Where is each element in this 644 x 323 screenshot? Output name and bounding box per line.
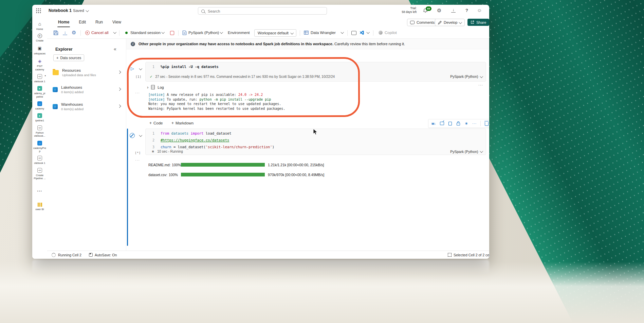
markdown-convert-icon[interactable]: M↓ <box>431 121 436 126</box>
chevron-down-icon[interactable] <box>113 31 116 34</box>
data-wrangler-icon <box>304 31 309 35</box>
chevron-down-icon <box>480 150 483 153</box>
search-box[interactable] <box>198 7 327 15</box>
cancel-all-button[interactable]: Cancel all <box>91 31 109 35</box>
nav-rail-item[interactable]: orkspaces <box>32 46 47 55</box>
app-launcher-icon[interactable] <box>36 8 41 13</box>
explorer-item-icon <box>53 87 58 92</box>
nav-rail-item[interactable]: Create <box>32 34 47 42</box>
add-code-button[interactable]: + Code <box>149 121 163 125</box>
more-options-icon[interactable]: ··· <box>472 121 477 126</box>
panel-lay-icon[interactable] <box>351 31 356 35</box>
add-markdown-button[interactable]: + Markdown <box>171 121 194 125</box>
nav-rail-item[interactable]: ower BI <box>32 203 47 211</box>
collapse-panel-button[interactable]: « <box>114 46 116 52</box>
chevron-right-icon[interactable] <box>117 104 121 107</box>
nav-rail-icon <box>37 74 42 79</box>
export-download-icon[interactable]: ↓ <box>63 30 67 35</box>
chevron-right-icon[interactable] <box>117 70 121 73</box>
copy-cell-icon[interactable] <box>448 121 452 126</box>
menu-tabs: Home Edit Run View <box>57 17 122 27</box>
cell-1-collapse-chevron[interactable] <box>139 67 142 70</box>
chevron-down-icon[interactable] <box>341 31 344 34</box>
running-status: Running Cell 2 <box>58 253 81 257</box>
nav-rail-icon <box>37 21 42 27</box>
data-wrangler-button[interactable]: Data Wrangler <box>311 31 336 35</box>
nav-rail-item[interactable]: Home <box>32 21 47 31</box>
fabric-notebook-window: Notebook 1 Saved Trial:58 days left 69 ⚙ <box>32 5 489 259</box>
cell-1-run-button[interactable]: ▷ <box>131 66 134 71</box>
active-cell-indicator <box>127 129 128 246</box>
nav-rail-item[interactable]: ademy_pi peline <box>32 86 47 98</box>
log-expander[interactable]: › Log <box>147 85 164 89</box>
divider <box>119 30 119 36</box>
nav-rail-item[interactable]: Create Pipeline ... <box>32 168 47 180</box>
save-icon[interactable] <box>53 30 58 35</box>
log-line: Warning: PySpark kernel has been restart… <box>148 106 285 111</box>
environment-label[interactable]: Environment <box>228 31 250 35</box>
code-line[interactable]: 1 from datasets import load_dataset <box>146 131 486 136</box>
explorer-item[interactable]: Resources Uploaded data and files <box>47 64 126 81</box>
nav-rail-item[interactable]: PSIT cademy <box>32 58 47 71</box>
copilot-button[interactable]: Copilot <box>385 31 397 35</box>
freeze-cell-icon[interactable]: ∗ <box>464 121 468 126</box>
explorer-item[interactable]: Lakehouses 0 item(s) added <box>47 81 126 98</box>
edit-cell-icon[interactable] <box>440 121 444 126</box>
code-cell-2[interactable]: 1 from datasets import load_dataset 2 #h… <box>145 129 486 155</box>
data-sources-button[interactable]: + Data sources <box>53 54 84 61</box>
progress-detail: 970k/970k [00:00<00:00, 8.49MB/s] <box>268 173 324 177</box>
search-input[interactable] <box>207 8 324 15</box>
saved-dropdown[interactable]: Saved <box>73 8 88 13</box>
chevron-down-icon[interactable] <box>367 31 370 34</box>
session-selector[interactable]: Standard session <box>130 31 161 35</box>
cell-1-more-options[interactable]: ··· <box>135 91 140 95</box>
menu-tab[interactable]: Edit <box>78 17 87 27</box>
menu-tab[interactable]: View <box>112 17 122 27</box>
cell-2-more-options[interactable]: ··· <box>135 158 140 162</box>
nav-rail-item[interactable]: otebook 1 <box>32 74 47 83</box>
notifications-button[interactable]: 69 <box>423 8 429 15</box>
cell-2-kernel-selector[interactable]: PySpark (Python) <box>450 150 482 154</box>
notebook-settings-icon[interactable]: ⚙ <box>72 30 76 36</box>
help-button[interactable]: ? <box>465 8 468 13</box>
code-line[interactable]: 3 churn = load_dataset('scikit-learn/chu… <box>146 144 486 149</box>
menu-tab[interactable]: Home <box>57 17 70 27</box>
develop-button[interactable]: Develop <box>435 19 465 26</box>
menu-tab[interactable]: Run <box>95 17 104 27</box>
cell-1-kernel-selector[interactable]: PySpark (Python) <box>450 74 482 79</box>
nav-rail-item[interactable]: cademy <box>32 101 47 110</box>
nav-rail-item[interactable]: Python otebook... <box>32 125 47 138</box>
code-line[interactable]: 1 %pip install -U -q datasets <box>146 64 486 69</box>
explorer-item[interactable]: Warehouses 0 item(s) added <box>47 98 126 115</box>
vscode-icon[interactable] <box>360 30 364 35</box>
nav-rail-item[interactable]: cademyPre p <box>32 141 47 153</box>
chevron-down-icon[interactable] <box>162 31 165 34</box>
chevron-right-icon[interactable] <box>117 87 121 90</box>
divider <box>347 30 348 36</box>
feedback-button[interactable]: ☺ <box>477 7 482 13</box>
notebook-title[interactable]: Notebook 1 <box>49 8 72 13</box>
nav-rail-item[interactable] <box>32 188 47 195</box>
comments-button[interactable]: Comments <box>407 19 438 26</box>
workspace-selector[interactable]: Workspace default <box>254 29 296 37</box>
download-button[interactable]: ↓ <box>451 8 456 13</box>
titlebar: Notebook 1 Saved Trial:58 days left 69 ⚙ <box>32 5 489 17</box>
cell-2-collapse-chevron[interactable] <box>139 134 142 137</box>
plus-icon: + <box>171 121 174 125</box>
chevron-down-icon[interactable] <box>220 31 223 34</box>
nav-rail-item[interactable]: ipeline1 <box>32 113 47 122</box>
lock-cell-icon[interactable] <box>456 121 460 126</box>
share-button[interactable]: Share <box>467 19 489 26</box>
nav-rail-icon <box>37 58 42 64</box>
settings-gear-button[interactable]: ⚙ <box>437 7 441 14</box>
code-line[interactable]: 2 #https://huggingface.co/datasets <box>146 138 486 142</box>
delete-cell-icon[interactable] <box>484 121 489 126</box>
log-more-options[interactable]: ··· <box>478 83 483 87</box>
autosave-toggle[interactable]: AutoSave: On <box>95 253 117 257</box>
code-cell-1[interactable]: 1 %pip install -U -q datasets ✓ 27 sec -… <box>145 62 486 82</box>
explorer-items: Resources Uploaded data and files Lakeho… <box>47 64 126 115</box>
kernel-selector[interactable]: PySpark (Python) <box>188 31 219 35</box>
nav-rail-item[interactable]: otebook 1 <box>32 156 47 165</box>
stop-session-icon[interactable] <box>170 31 174 35</box>
cell-2-stop-button[interactable] <box>130 133 135 139</box>
